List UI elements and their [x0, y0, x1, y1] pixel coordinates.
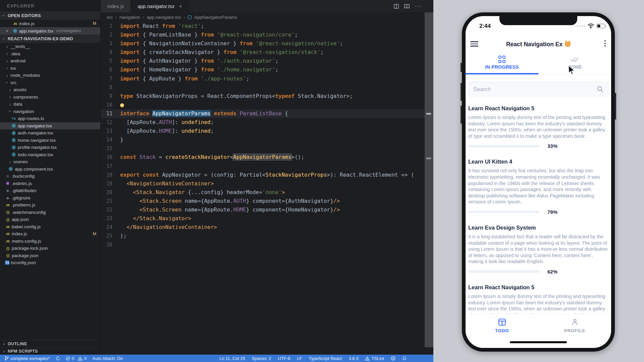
code-editor[interactable]: 1import React from 'react';2import { Par…: [101, 22, 425, 347]
code-line-4[interactable]: 4import { createStackNavigator } from '@…: [101, 48, 425, 57]
tree-item-.eslintrc.js[interactable]: .eslintrc.js: [0, 180, 100, 187]
tree-folder-navigation[interactable]: ›navigation: [0, 108, 100, 115]
editor-tab-app.navigator.tsx[interactable]: app.navigator.tsx×: [131, 0, 189, 12]
code-line-23[interactable]: 23 </Stack.Navigator>: [101, 214, 425, 223]
tree-folder-android[interactable]: ›android: [0, 57, 100, 65]
more-actions-icon[interactable]: ···: [415, 3, 421, 9]
menu-hamburger-icon[interactable]: [470, 41, 478, 47]
code-line-12[interactable]: 12 [AppRoute.AUTH]: undefined;: [101, 118, 425, 127]
feedback-smiley-icon[interactable]: [391, 356, 395, 361]
code-line-21[interactable]: 21 <Stack.Screen name={AppRoute.AUTH} co…: [101, 197, 425, 205]
todo-card[interactable]: Learn React Navigation 5Lorem Ipsum is s…: [468, 284, 608, 314]
breadcrumb-symbol[interactable]: AppNavigatorParams: [194, 15, 237, 20]
tree-folder-__tests__[interactable]: ›__tests__: [0, 43, 100, 50]
code-line-7[interactable]: 7import { AppRoute } from './app-routes'…: [101, 74, 425, 83]
tree-item-home.navigator.tsx[interactable]: home.navigator.tsx: [0, 137, 100, 144]
code-line-18[interactable]: 18export const AppNavigator = (config: P…: [101, 171, 425, 179]
open-editors-section-header[interactable]: › OPEN EDITORS: [0, 11, 100, 20]
project-section-header[interactable]: › REACT-NAVIGATION-EX-DEMO: [0, 35, 100, 43]
code-line-19[interactable]: 19 <NavigationNativeContainer>: [101, 179, 425, 188]
tslint-item[interactable]: TSLint: [365, 356, 384, 361]
todo-card[interactable]: Learn React Navigation 5Lorem Ipsum is s…: [468, 105, 608, 149]
auto-attach-item[interactable]: Auto Attach: On: [92, 356, 123, 361]
tree-folder-.idea[interactable]: ›.idea: [0, 50, 100, 58]
search-input[interactable]: Search: [468, 82, 608, 97]
ts-version-item[interactable]: 3.6.3: [349, 356, 359, 361]
tree-item-index.js[interactable]: JSindex.jsM: [0, 230, 100, 238]
tree-item-tsconfig.json[interactable]: TStsconfig.json: [0, 259, 100, 266]
code-line-13[interactable]: 13 [AppRoute.HOME]: undefined;: [101, 127, 425, 135]
code-line-2[interactable]: 2import { ParamListBase } from '@react-n…: [101, 31, 425, 39]
tree-item-app-routes.ts[interactable]: TSapp-routes.ts: [0, 115, 100, 122]
outline-section-header[interactable]: › OUTLINE: [0, 340, 100, 347]
code-line-22[interactable]: 22 <Stack.Screen name={AppRoute.HOME} co…: [101, 205, 425, 214]
sync-button[interactable]: [56, 356, 60, 361]
tree-folder-src[interactable]: ›src: [0, 79, 100, 86]
tree-folder-ios[interactable]: ›ios: [0, 65, 100, 72]
tree-item-metro.config.js[interactable]: JSmetro.config.js: [0, 238, 100, 245]
code-line-17[interactable]: 17: [101, 162, 425, 171]
code-line-14[interactable]: 14}: [101, 135, 425, 144]
cursor-position-item[interactable]: Ln 11, Col 25: [219, 356, 245, 361]
npm-scripts-section-header[interactable]: › NPM SCRIPTS: [0, 347, 100, 355]
editor-layout-icon[interactable]: [404, 4, 410, 9]
open-editor-item[interactable]: ×app.navigator.tsxsrc/navigation: [0, 27, 100, 35]
tree-item-package.json[interactable]: { }package.json: [0, 252, 100, 259]
code-line-26[interactable]: 26: [101, 240, 425, 249]
tab-in-progress[interactable]: IN PROGRESS: [466, 54, 538, 74]
code-line-25[interactable]: 25);: [101, 232, 425, 240]
tree-item-.gitignore[interactable]: ◆.gitignore: [0, 194, 100, 202]
breadcrumb[interactable]: src›navigation›app.navigator.tsx›AppNavi…: [101, 12, 433, 22]
tree-folder-assets[interactable]: ›assets: [0, 86, 100, 94]
code-line-16[interactable]: 16const Stack = createStackNavigator<App…: [101, 153, 425, 162]
todo-list[interactable]: Learn React Navigation 5Lorem Ipsum is s…: [468, 101, 608, 314]
tree-item-auth.navigator.tsx[interactable]: auth.navigator.tsx: [0, 129, 100, 137]
eol-item[interactable]: LF: [297, 356, 302, 361]
close-icon[interactable]: ×: [6, 28, 8, 34]
code-line-10[interactable]: 10: [101, 101, 425, 109]
language-mode-item[interactable]: TypeScript React: [309, 356, 342, 361]
code-line-3[interactable]: 3import { NavigationNativeContainer } fr…: [101, 39, 425, 48]
code-line-24[interactable]: 24 </NavigationNativeContainer>: [101, 223, 425, 232]
code-line-5[interactable]: 5import { AuthNavigator } from './auth.n…: [101, 57, 425, 65]
tree-item-.buckconfig[interactable]: ≡.buckconfig: [0, 173, 100, 180]
indentation-item[interactable]: Spaces: 2: [252, 356, 271, 361]
notifications-bell-icon[interactable]: [402, 356, 407, 361]
close-icon[interactable]: ×: [179, 4, 182, 9]
code-line-6[interactable]: 6import { HomeNavigator } from './home.n…: [101, 65, 425, 74]
tree-item-.gitattributes[interactable]: ◆.gitattributes: [0, 187, 100, 194]
code-line-15[interactable]: 15: [101, 144, 425, 153]
tree-item-profile.navigator.tsx[interactable]: profile.navigator.tsx: [0, 144, 100, 151]
breadcrumb-segment[interactable]: navigation: [119, 15, 140, 20]
tree-item-.prettierrc.js[interactable]: JS.prettierrc.js: [0, 201, 100, 209]
tree-item-app.navigator.tsx[interactable]: app.navigator.tsx: [0, 122, 100, 130]
code-line-11[interactable]: 11interface AppNavigatorParams extends P…: [101, 109, 425, 118]
breadcrumb-segment[interactable]: app.navigator.tsx: [147, 15, 181, 20]
tree-item-app.component.tsx[interactable]: app.component.tsx: [0, 166, 100, 173]
tree-folder-data[interactable]: ›data: [0, 101, 100, 108]
tree-item-app.json[interactable]: { }app.json: [0, 216, 100, 223]
tree-item-.watchmanconfig[interactable]: { }.watchmanconfig: [0, 209, 100, 216]
todo-card[interactable]: Learn Eva Design SystemIt is a long esta…: [468, 225, 608, 275]
breadcrumb-segment[interactable]: src: [107, 15, 113, 20]
problems-item[interactable]: 0 0: [66, 356, 87, 361]
encoding-item[interactable]: UTF-8: [278, 356, 290, 361]
open-editor-item[interactable]: JSindex.jsM: [0, 20, 100, 27]
code-line-20[interactable]: 20 <Stack.Navigator {...config} headerMo…: [101, 188, 425, 197]
tree-folder-node_modules[interactable]: ›node_modules: [0, 72, 100, 79]
tree-item-todo.navigator.tsx[interactable]: todo.navigator.tsx: [0, 151, 100, 159]
editor-tab-index.js[interactable]: index.js: [101, 0, 131, 12]
quick-fix-lightbulb-icon[interactable]: [120, 103, 124, 107]
git-branch-item[interactable]: complete-exmaples*: [5, 356, 50, 361]
todo-card[interactable]: Learn UI Kitten 4It has survived not onl…: [468, 159, 608, 215]
code-line-9[interactable]: 9type StackNavigatorProps = React.Compon…: [101, 92, 425, 101]
tree-folder-scenes[interactable]: ›scenes: [0, 158, 100, 166]
tree-folder-components[interactable]: ›components: [0, 94, 100, 101]
split-editor-icon[interactable]: [394, 4, 399, 9]
tree-item-package-lock.json[interactable]: { }package-lock.json: [0, 245, 100, 252]
code-line-8[interactable]: 8: [101, 83, 425, 92]
editor-scrollbar[interactable]: [425, 12, 433, 347]
tree-item-babel.config.js[interactable]: JSbabel.config.js: [0, 223, 100, 231]
code-line-1[interactable]: 1import React from 'react';: [101, 22, 425, 31]
more-options-kebab-icon[interactable]: [604, 40, 606, 47]
